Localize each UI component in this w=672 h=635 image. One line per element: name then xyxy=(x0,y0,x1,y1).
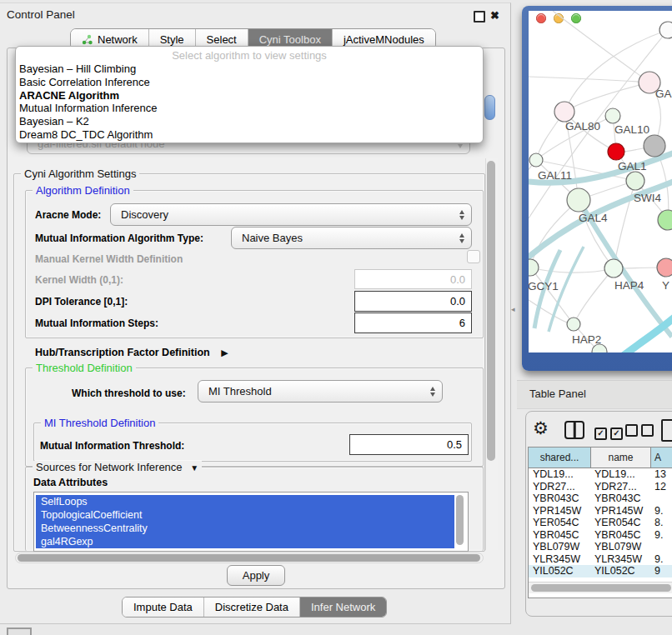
combo-stepper-icon xyxy=(459,210,464,220)
settings-scrollbar-thumb[interactable] xyxy=(487,161,495,461)
mi-threshold-group-title: MI Threshold Definition xyxy=(41,417,158,429)
tab-style-label: Style xyxy=(160,33,184,46)
network-tab-icon xyxy=(82,34,93,45)
table-row[interactable]: YLR345W YLR345W 9. xyxy=(529,553,672,566)
table-row[interactable]: YPR145W YPR145W 9. xyxy=(529,505,672,518)
network-node[interactable] xyxy=(604,259,623,278)
network-node[interactable] xyxy=(567,188,590,212)
splitter-handle[interactable]: ◂ xyxy=(511,305,515,313)
mi-steps-field[interactable]: 6 xyxy=(354,312,472,333)
kernel-width-label: Kernel Width (0,1): xyxy=(35,274,123,286)
network-node-label: GAL11 xyxy=(538,169,572,182)
network-nodes xyxy=(529,22,672,352)
mi-type-combo[interactable]: Naive Bayes xyxy=(231,227,472,249)
document-icon[interactable] xyxy=(661,419,672,442)
dropdown-item[interactable]: Bayesian – K2 xyxy=(16,115,483,128)
table-row[interactable]: YBL079W YBL079W xyxy=(529,541,672,553)
float-window-icon[interactable] xyxy=(474,11,485,22)
attributes-list: SelfLoops TopologicalCoefficient Between… xyxy=(33,492,469,552)
network-node[interactable] xyxy=(567,318,580,331)
algorithm-definition-title: Algorithm Definition xyxy=(33,184,133,197)
which-threshold-value: MI Threshold xyxy=(208,385,272,398)
table-row[interactable]: YDL19... YDL19... 13 xyxy=(529,468,672,481)
apply-button[interactable]: Apply xyxy=(227,565,285,586)
attribute-item-selected[interactable]: SelfLoops xyxy=(36,495,454,508)
network-node-label: HAP2 xyxy=(572,333,601,346)
tab-discretize-data[interactable]: Discretize Data xyxy=(204,598,300,617)
which-threshold-combo[interactable]: MI Threshold xyxy=(198,380,443,402)
mi-type-value: Naive Bayes xyxy=(242,232,303,244)
network-node-label: GAL1 xyxy=(618,160,647,172)
table-hscrollbar-track[interactable] xyxy=(529,582,672,593)
kernel-width-field: 0.0 xyxy=(354,269,472,289)
minimized-panel-icon[interactable] xyxy=(7,628,32,635)
attribute-item-selected[interactable]: TopologicalCoefficient xyxy=(36,508,454,522)
dropdown-item-highlighted[interactable]: ARACNE Algorithm xyxy=(16,89,483,102)
dpi-tolerance-field[interactable]: 0.0 xyxy=(354,291,472,312)
chevron-down-icon: ▼ xyxy=(190,463,198,472)
network-canvas[interactable]: GAL GAL80 GAL10 GAL1 GAL11 SWI4 GAL4 GCY… xyxy=(529,11,672,352)
network-node-label: GAL xyxy=(655,88,672,100)
table-row[interactable]: YER054C YER054C 8. xyxy=(529,517,672,529)
dropdown-item[interactable]: Basic Correlation Inference xyxy=(16,76,483,89)
column-header-shared-name[interactable]: shared... xyxy=(529,448,591,468)
tab-select-label: Select xyxy=(207,33,237,46)
manual-kernel-label: Manual Kernel Width Definition xyxy=(35,253,183,265)
tab-impute-data[interactable]: Impute Data xyxy=(123,598,204,617)
settings-group-title: Cyni Algorithm Settings xyxy=(21,168,139,180)
aracne-mode-value: Discovery xyxy=(121,208,168,221)
tab-infer-network[interactable]: Infer Network xyxy=(300,598,386,617)
node-table: shared... name A YDL19... YDL19... 13 YD… xyxy=(528,447,672,598)
table-row[interactable]: YDR27... YDR27... 12 xyxy=(529,481,672,493)
manual-kernel-checkbox xyxy=(467,250,480,263)
network-node[interactable] xyxy=(608,143,624,160)
table-settings-gear-icon[interactable]: ⚙ xyxy=(533,419,549,438)
select-all-columns-icon[interactable]: ✓✓ xyxy=(594,424,623,440)
aracne-mode-combo[interactable]: Discovery xyxy=(110,203,472,226)
combo-stepper-icon xyxy=(430,387,435,397)
mi-threshold-field[interactable]: 0.5 xyxy=(349,434,469,455)
attribute-item-selected[interactable]: BetweennessCentrality xyxy=(36,522,454,535)
cyni-bottom-tabbar: Impute Data Discretize Data Infer Networ… xyxy=(122,597,387,618)
table-rows: YDL19... YDL19... 13 YDR27... YDR27... 1… xyxy=(529,468,672,582)
control-panel-title: Control Panel xyxy=(7,8,75,21)
network-node-label: GAL10 xyxy=(614,123,649,136)
network-node[interactable] xyxy=(605,108,620,123)
column-header-name[interactable]: name xyxy=(591,448,651,468)
deselect-columns-icon[interactable] xyxy=(625,424,654,440)
screen: Control Panel ✖ Network Style Select Cyn… xyxy=(0,0,672,635)
attributes-list-scrollbar-thumb[interactable] xyxy=(456,495,464,545)
network-edge-cyan[interactable] xyxy=(622,317,672,352)
threshold-definition-title: Threshold Definition xyxy=(33,362,136,374)
network-node[interactable] xyxy=(626,172,644,190)
split-columns-icon[interactable] xyxy=(564,421,584,439)
table-row[interactable]: YBR045C YBR045C 9. xyxy=(529,529,672,542)
table-row[interactable]: YIL052C YIL052C 9 xyxy=(529,565,672,578)
network-node[interactable] xyxy=(529,259,539,276)
upper-scrollbar-thumb[interactable] xyxy=(484,95,495,120)
network-node[interactable] xyxy=(529,153,543,167)
dropdown-item[interactable]: Dream8 DC_TDC Algorithm xyxy=(16,128,483,142)
column-header-next[interactable]: A xyxy=(651,448,672,468)
sources-group-title[interactable]: Sources for Network Inference ▼ xyxy=(33,461,202,473)
network-node-label: HAP4 xyxy=(614,279,644,292)
close-panel-icon[interactable]: ✖ xyxy=(490,10,499,21)
network-node-label: GAL4 xyxy=(579,212,608,224)
network-node[interactable] xyxy=(554,102,574,122)
attribute-item-selected[interactable]: gal4RGexp xyxy=(36,535,454,548)
table-hscrollbar-thumb[interactable] xyxy=(531,584,671,592)
network-node[interactable] xyxy=(657,258,672,277)
combo-stepper-icon xyxy=(459,233,464,243)
network-node[interactable] xyxy=(658,210,672,230)
network-node[interactable] xyxy=(659,22,672,38)
network-node[interactable] xyxy=(644,135,665,157)
settings-hscrollbar-thumb[interactable] xyxy=(18,554,480,562)
hub-definition-row[interactable]: Hub/Transcription Factor Definition ▶ xyxy=(35,344,228,359)
chevron-right-icon: ▶ xyxy=(221,348,228,358)
dropdown-item[interactable]: Bayesian – Hill Climbing xyxy=(16,62,483,76)
dropdown-item[interactable]: Mutual Information Inference xyxy=(16,102,483,115)
table-panel-title: Table Panel xyxy=(529,388,586,400)
table-row[interactable]: YBR043C YBR043C xyxy=(529,492,672,505)
aracne-mode-label: Aracne Mode: xyxy=(35,209,101,221)
apply-button-label: Apply xyxy=(243,569,270,582)
